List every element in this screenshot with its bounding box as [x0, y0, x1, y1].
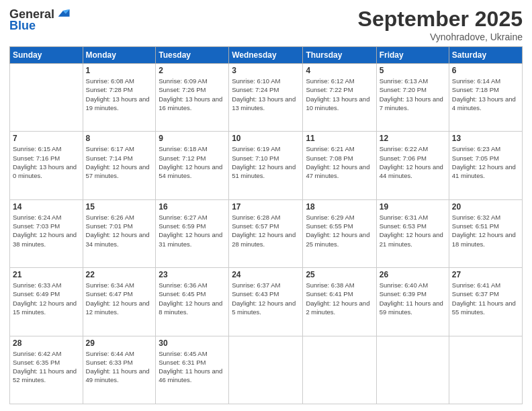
day-number: 20	[452, 202, 519, 212]
day-info: Sunrise: 6:24 AMSunset: 7:03 PMDaylight:…	[13, 213, 80, 248]
calendar-cell: 19Sunrise: 6:31 AMSunset: 6:53 PMDayligh…	[376, 199, 449, 267]
weekday-header-sunday: Sunday	[10, 47, 83, 64]
calendar-cell: 23Sunrise: 6:36 AMSunset: 6:45 PMDayligh…	[156, 268, 229, 336]
page: General Blue September 2025 Vynohradove,…	[0, 0, 532, 411]
calendar-cell: 3Sunrise: 6:10 AMSunset: 7:24 PMDaylight…	[229, 64, 303, 132]
day-number: 30	[159, 338, 226, 348]
calendar-cell: 21Sunrise: 6:33 AMSunset: 6:49 PMDayligh…	[10, 268, 83, 336]
calendar-table: SundayMondayTuesdayWednesdayThursdayFrid…	[9, 46, 523, 404]
calendar-cell: 8Sunrise: 6:17 AMSunset: 7:14 PMDaylight…	[83, 132, 156, 199]
day-info: Sunrise: 6:38 AMSunset: 6:41 PMDaylight:…	[306, 281, 373, 316]
day-info: Sunrise: 6:41 AMSunset: 6:37 PMDaylight:…	[452, 281, 519, 316]
logo: General Blue	[9, 7, 71, 33]
week-row-4: 28Sunrise: 6:42 AMSunset: 6:35 PMDayligh…	[10, 336, 523, 404]
day-number: 11	[306, 134, 373, 143]
day-info: Sunrise: 6:31 AMSunset: 6:53 PMDaylight:…	[380, 213, 446, 248]
day-info: Sunrise: 6:13 AMSunset: 7:20 PMDaylight:…	[380, 77, 446, 112]
calendar-cell	[376, 336, 449, 404]
logo-blue-text: Blue	[9, 19, 36, 32]
day-number: 14	[13, 202, 80, 212]
day-number: 26	[380, 270, 446, 279]
week-row-1: 7Sunrise: 6:15 AMSunset: 7:16 PMDaylight…	[10, 132, 523, 199]
weekday-header-saturday: Saturday	[449, 47, 522, 64]
calendar-cell: 12Sunrise: 6:22 AMSunset: 7:06 PMDayligh…	[376, 132, 449, 199]
day-number: 22	[86, 270, 153, 279]
day-info: Sunrise: 6:08 AMSunset: 7:28 PMDaylight:…	[86, 77, 153, 112]
calendar-cell: 6Sunrise: 6:14 AMSunset: 7:18 PMDaylight…	[449, 64, 522, 132]
day-info: Sunrise: 6:33 AMSunset: 6:49 PMDaylight:…	[13, 281, 80, 316]
day-number: 16	[159, 202, 226, 212]
week-row-2: 14Sunrise: 6:24 AMSunset: 7:03 PMDayligh…	[10, 199, 523, 267]
weekday-header-friday: Friday	[376, 47, 449, 64]
calendar-cell: 20Sunrise: 6:32 AMSunset: 6:51 PMDayligh…	[449, 199, 522, 267]
day-info: Sunrise: 6:40 AMSunset: 6:39 PMDaylight:…	[380, 281, 446, 316]
weekday-header-monday: Monday	[83, 47, 156, 64]
day-info: Sunrise: 6:32 AMSunset: 6:51 PMDaylight:…	[452, 213, 519, 248]
day-info: Sunrise: 6:36 AMSunset: 6:45 PMDaylight:…	[159, 281, 226, 316]
day-number: 25	[306, 270, 373, 279]
day-number: 29	[86, 338, 153, 348]
calendar-cell: 5Sunrise: 6:13 AMSunset: 7:20 PMDaylight…	[376, 64, 449, 132]
weekday-header-row: SundayMondayTuesdayWednesdayThursdayFrid…	[10, 47, 523, 64]
day-number: 5	[380, 66, 446, 75]
day-number: 27	[452, 270, 519, 279]
day-number: 13	[452, 134, 519, 143]
title-area: September 2025 Vynohradove, Ukraine	[358, 7, 523, 42]
calendar-cell: 11Sunrise: 6:21 AMSunset: 7:08 PMDayligh…	[303, 132, 376, 199]
calendar-cell: 14Sunrise: 6:24 AMSunset: 7:03 PMDayligh…	[10, 199, 83, 267]
calendar-cell: 17Sunrise: 6:28 AMSunset: 6:57 PMDayligh…	[229, 199, 303, 267]
calendar-cell	[449, 336, 522, 404]
weekday-header-tuesday: Tuesday	[156, 47, 229, 64]
day-number: 18	[306, 202, 373, 212]
day-number: 8	[86, 134, 153, 143]
day-number: 12	[380, 134, 446, 143]
day-number: 10	[232, 134, 300, 143]
day-info: Sunrise: 6:15 AMSunset: 7:16 PMDaylight:…	[13, 144, 80, 180]
calendar-cell: 25Sunrise: 6:38 AMSunset: 6:41 PMDayligh…	[303, 268, 376, 336]
weekday-header-wednesday: Wednesday	[229, 47, 303, 64]
month-title: September 2025	[358, 7, 523, 32]
calendar-cell: 29Sunrise: 6:44 AMSunset: 6:33 PMDayligh…	[83, 336, 156, 404]
header: General Blue September 2025 Vynohradove,…	[9, 7, 523, 42]
day-info: Sunrise: 6:21 AMSunset: 7:08 PMDaylight:…	[306, 144, 373, 180]
calendar-cell	[10, 64, 83, 132]
day-info: Sunrise: 6:27 AMSunset: 6:59 PMDaylight:…	[159, 213, 226, 248]
calendar-cell	[303, 336, 376, 404]
day-info: Sunrise: 6:29 AMSunset: 6:55 PMDaylight:…	[306, 213, 373, 248]
day-number: 19	[380, 202, 446, 212]
day-number: 9	[159, 134, 226, 143]
day-info: Sunrise: 6:34 AMSunset: 6:47 PMDaylight:…	[86, 281, 153, 316]
day-info: Sunrise: 6:19 AMSunset: 7:10 PMDaylight:…	[232, 144, 300, 180]
day-info: Sunrise: 6:42 AMSunset: 6:35 PMDaylight:…	[13, 349, 80, 385]
day-info: Sunrise: 6:22 AMSunset: 7:06 PMDaylight:…	[380, 144, 446, 180]
day-number: 17	[232, 202, 300, 212]
week-row-3: 21Sunrise: 6:33 AMSunset: 6:49 PMDayligh…	[10, 268, 523, 336]
calendar-cell: 22Sunrise: 6:34 AMSunset: 6:47 PMDayligh…	[83, 268, 156, 336]
weekday-header-thursday: Thursday	[303, 47, 376, 64]
day-info: Sunrise: 6:45 AMSunset: 6:31 PMDaylight:…	[159, 349, 226, 385]
day-number: 15	[86, 202, 153, 212]
day-info: Sunrise: 6:26 AMSunset: 7:01 PMDaylight:…	[86, 213, 153, 248]
day-number: 21	[13, 270, 80, 279]
day-number: 2	[159, 66, 226, 75]
logo-bird-icon	[56, 7, 71, 21]
calendar-cell: 26Sunrise: 6:40 AMSunset: 6:39 PMDayligh…	[376, 268, 449, 336]
day-info: Sunrise: 6:14 AMSunset: 7:18 PMDaylight:…	[452, 77, 519, 112]
day-info: Sunrise: 6:44 AMSunset: 6:33 PMDaylight:…	[86, 349, 153, 385]
calendar-cell: 10Sunrise: 6:19 AMSunset: 7:10 PMDayligh…	[229, 132, 303, 199]
day-info: Sunrise: 6:10 AMSunset: 7:24 PMDaylight:…	[232, 77, 300, 112]
calendar-cell: 30Sunrise: 6:45 AMSunset: 6:31 PMDayligh…	[156, 336, 229, 404]
day-number: 3	[232, 66, 300, 75]
calendar-cell	[229, 336, 303, 404]
calendar-cell: 4Sunrise: 6:12 AMSunset: 7:22 PMDaylight…	[303, 64, 376, 132]
day-info: Sunrise: 6:17 AMSunset: 7:14 PMDaylight:…	[86, 144, 153, 180]
week-row-0: 1Sunrise: 6:08 AMSunset: 7:28 PMDaylight…	[10, 64, 523, 132]
location-subtitle: Vynohradove, Ukraine	[358, 32, 523, 42]
calendar-cell: 13Sunrise: 6:23 AMSunset: 7:05 PMDayligh…	[449, 132, 522, 199]
day-number: 28	[13, 338, 80, 348]
calendar-cell: 1Sunrise: 6:08 AMSunset: 7:28 PMDaylight…	[83, 64, 156, 132]
day-info: Sunrise: 6:09 AMSunset: 7:26 PMDaylight:…	[159, 77, 226, 112]
day-number: 24	[232, 270, 300, 279]
day-info: Sunrise: 6:12 AMSunset: 7:22 PMDaylight:…	[306, 77, 373, 112]
calendar-cell: 9Sunrise: 6:18 AMSunset: 7:12 PMDaylight…	[156, 132, 229, 199]
